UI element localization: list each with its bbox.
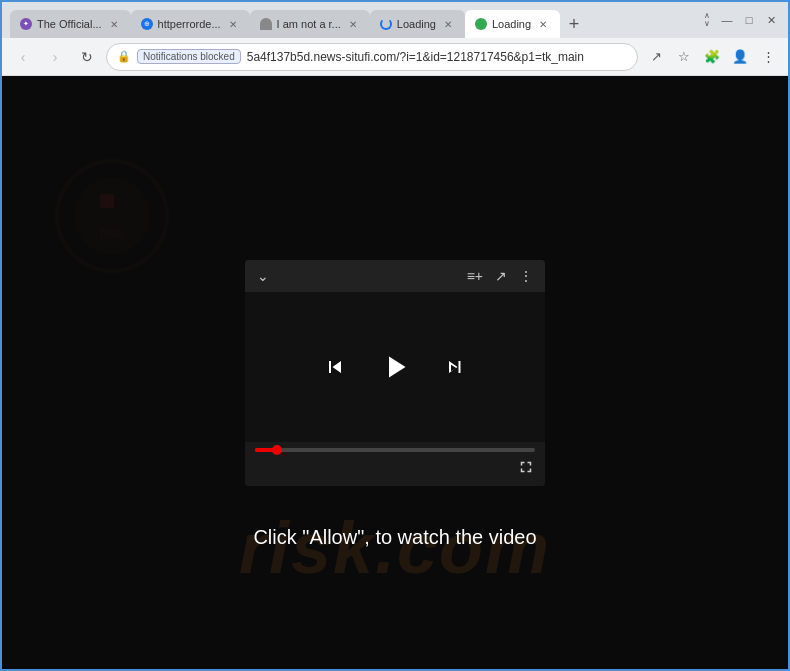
minimize-button[interactable]: — (718, 11, 736, 29)
tab-notrobot[interactable]: I am not a r... ✕ (250, 10, 370, 38)
browser-window: ✦ The Official... ✕ ⊕ httperrorde... ✕ I… (0, 0, 790, 671)
progress-bar[interactable] (255, 448, 535, 452)
svg-rect-2 (100, 194, 114, 208)
tab-title-5: Loading (492, 18, 531, 30)
window-controls: ∧ ∨ — □ ✕ (704, 11, 780, 29)
new-tab-button[interactable]: + (560, 10, 588, 38)
tab-loading-5[interactable]: Loading ✕ (465, 10, 560, 38)
tabs-container: ✦ The Official... ✕ ⊕ httperrorde... ✕ I… (10, 2, 696, 38)
account-button[interactable]: 👤 (728, 45, 752, 69)
share-button[interactable]: ↗ (644, 45, 668, 69)
address-bar[interactable]: 🔒 Notifications blocked 5a4f137b5d.news-… (106, 43, 638, 71)
tab-title-3: I am not a r... (277, 18, 341, 30)
back-button[interactable]: ‹ (10, 44, 36, 70)
tab-title-4: Loading (397, 18, 436, 30)
lock-icon: 🔒 (117, 50, 131, 63)
tab-title-1: The Official... (37, 18, 102, 30)
navigation-bar: ‹ › ↻ 🔒 Notifications blocked 5a4f137b5d… (2, 38, 788, 76)
player-top-left: ⌄ (257, 268, 269, 284)
svg-text:RISK: RISK (100, 229, 125, 240)
tab-favicon-3 (260, 18, 272, 30)
player-video-area (245, 292, 545, 442)
tab-close-5[interactable]: ✕ (536, 17, 550, 31)
previous-button[interactable] (323, 355, 347, 379)
play-button[interactable] (377, 349, 413, 385)
bookmark-button[interactable]: ☆ (672, 45, 696, 69)
fullscreen-button[interactable] (517, 458, 535, 480)
maximize-button[interactable]: □ (740, 11, 758, 29)
queue-icon[interactable]: ≡+ (467, 268, 483, 284)
next-button[interactable] (443, 355, 467, 379)
notifications-blocked-badge: Notifications blocked (137, 49, 241, 64)
tab-scroll-controls[interactable]: ∧ ∨ (704, 12, 710, 28)
refresh-button[interactable]: ↻ (74, 44, 100, 70)
cta-text: Click "Allow", to watch the video (2, 526, 788, 549)
url-text: 5a4f137b5d.news-situfi.com/?i=1&id=12187… (247, 50, 627, 64)
progress-fill (255, 448, 277, 452)
tab-favicon-5 (475, 18, 487, 30)
video-player: ⌄ ≡+ ↗ ⋮ (245, 260, 545, 486)
svg-point-1 (74, 178, 150, 254)
tab-title-2: httperrorde... (158, 18, 221, 30)
tab-close-3[interactable]: ✕ (346, 17, 360, 31)
svg-point-0 (57, 161, 167, 271)
tab-close-1[interactable]: ✕ (107, 17, 121, 31)
player-controls-bottom (255, 458, 535, 480)
tab-close-2[interactable]: ✕ (226, 17, 240, 31)
tab-favicon-4 (380, 18, 392, 30)
player-top-bar: ⌄ ≡+ ↗ ⋮ (245, 260, 545, 292)
more-icon[interactable]: ⋮ (519, 268, 533, 284)
tab-loading-4[interactable]: Loading ✕ (370, 10, 465, 38)
extensions-button[interactable]: 🧩 (700, 45, 724, 69)
title-bar: ✦ The Official... ✕ ⊕ httperrorde... ✕ I… (2, 2, 788, 38)
watermark-logo: RISK (52, 156, 172, 276)
page-content: RISK risk.com ⌄ ≡+ ↗ ⋮ (2, 76, 788, 669)
address-actions: ↗ ☆ 🧩 👤 ⋮ (644, 45, 780, 69)
forward-button[interactable]: › (42, 44, 68, 70)
tab-official[interactable]: ✦ The Official... ✕ (10, 10, 131, 38)
tab-favicon-1: ✦ (20, 18, 32, 30)
close-button[interactable]: ✕ (762, 11, 780, 29)
share-icon[interactable]: ↗ (495, 268, 507, 284)
menu-button[interactable]: ⋮ (756, 45, 780, 69)
progress-dot (272, 445, 282, 455)
player-top-right: ≡+ ↗ ⋮ (467, 268, 533, 284)
tab-close-4[interactable]: ✕ (441, 17, 455, 31)
tab-favicon-2: ⊕ (141, 18, 153, 30)
tab-httperror[interactable]: ⊕ httperrorde... ✕ (131, 10, 250, 38)
player-bottom (245, 442, 545, 486)
collapse-icon[interactable]: ⌄ (257, 268, 269, 284)
